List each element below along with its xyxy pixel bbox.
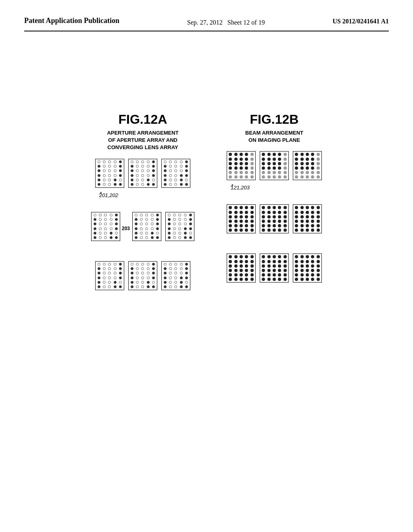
fig12a-subtitle: APERTURE ARRANGEMENT OF APERTURE ARRAY A… bbox=[107, 129, 178, 152]
beam-grid-3-3 bbox=[293, 254, 322, 283]
page-header: Patent Application Publication Sep. 27, … bbox=[24, 16, 389, 31]
beam-grid-2-3 bbox=[293, 204, 322, 233]
label-201-202: 201,202 bbox=[99, 192, 118, 198]
beam-grid-3-2 bbox=[260, 254, 289, 283]
beam-grid-1-3 bbox=[293, 151, 322, 180]
beam-grid-2-1 bbox=[227, 204, 256, 233]
fig12b-subtitle: BEAM ARRANGEMENT ON IMAGING PLANE bbox=[245, 129, 303, 144]
aperture-grid-1-2 bbox=[128, 159, 157, 188]
beam-grid-2-2 bbox=[260, 204, 289, 233]
beam-row-2 bbox=[227, 204, 322, 233]
aperture-row-1 bbox=[95, 159, 190, 188]
fig12a-title: FIG.12A bbox=[119, 112, 167, 127]
fig12a-section: FIG.12A APERTURE ARRANGEMENT OF APERTURE… bbox=[91, 112, 194, 290]
publication-date-sheet: Sep. 27, 2012 Sheet 12 of 19 bbox=[187, 16, 265, 27]
beam-grid-3-1 bbox=[227, 254, 256, 283]
beam-grid-1-1 bbox=[227, 151, 256, 180]
beam-grid-1-2 bbox=[260, 151, 289, 180]
aperture-grid-3-2 bbox=[128, 261, 157, 290]
aperture-grid-2-3 bbox=[165, 212, 194, 241]
label-203: 203 bbox=[122, 226, 130, 231]
label-121-203: 121,203 bbox=[231, 185, 250, 191]
aperture-row-2: 203 bbox=[91, 212, 194, 241]
aperture-grid-3-3 bbox=[161, 261, 190, 290]
beam-row-3 bbox=[227, 254, 322, 283]
publication-date: Sep. 27, 2012 bbox=[187, 19, 223, 26]
aperture-grid-1-3 bbox=[161, 159, 190, 188]
sheet-info: Sheet 12 of 19 bbox=[227, 19, 265, 26]
aperture-row-3 bbox=[95, 261, 190, 290]
patent-number: US 2012/0241641 A1 bbox=[332, 16, 389, 25]
aperture-grid-1-1 bbox=[95, 159, 124, 188]
main-content: FIG.12A APERTURE ARRANGEMENT OF APERTURE… bbox=[24, 112, 389, 290]
aperture-grid-2-2 bbox=[132, 212, 161, 241]
beam-row-1 bbox=[227, 151, 322, 180]
fig12b-section: FIG.12B BEAM ARRANGEMENT ON IMAGING PLAN… bbox=[227, 112, 322, 283]
fig12b-title: FIG.12B bbox=[250, 112, 299, 127]
page: Patent Application Publication Sep. 27, … bbox=[0, 0, 413, 532]
publication-title: Patent Application Publication bbox=[24, 16, 119, 25]
aperture-grid-3-1 bbox=[95, 261, 124, 290]
aperture-grid-2-1 bbox=[91, 212, 120, 241]
